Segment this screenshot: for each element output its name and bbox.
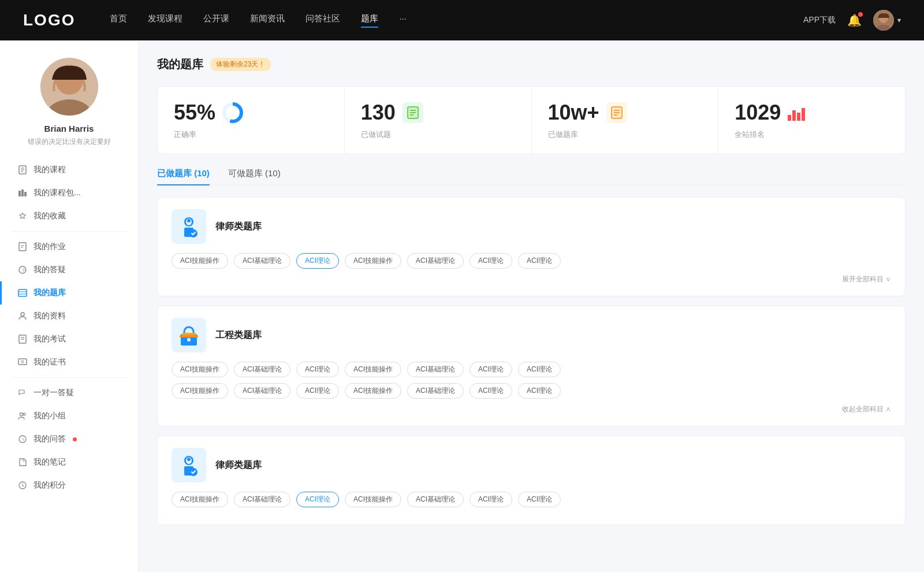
bank-tag-1[interactable]: ACI基础理论	[234, 253, 290, 269]
bank-expand-lawyer-1[interactable]: 展开全部科目 ∨	[172, 274, 891, 284]
bank-tag-4[interactable]: ACI基础理论	[407, 253, 464, 269]
eng-tag-7[interactable]: ACI技能操作	[172, 383, 228, 399]
sidebar-item-group[interactable]: 我的小组	[0, 404, 138, 428]
l2-tag-1[interactable]: ACI基础理论	[234, 492, 290, 507]
eng-tag-12[interactable]: ACI理论	[470, 383, 512, 399]
sidebar-item-question-bank[interactable]: 我的题库	[0, 281, 138, 304]
svg-rect-10	[18, 191, 21, 196]
nav-home[interactable]: 首页	[110, 13, 127, 28]
sidebar-item-points-label: 我的积分	[33, 480, 66, 491]
sidebar-item-exam[interactable]: 我的考试	[0, 328, 138, 351]
nav-open-course[interactable]: 公开课	[203, 13, 229, 28]
sidebar-item-favorites[interactable]: 我的收藏	[0, 205, 138, 228]
sidebar-item-qa[interactable]: ? 我的答疑	[0, 258, 138, 281]
sidebar-item-courses[interactable]: 我的课程	[0, 158, 138, 181]
nav-courses[interactable]: 发现课程	[148, 13, 182, 28]
stat-done-banks-label: 已做题库	[548, 129, 578, 140]
user-menu-chevron: ▾	[897, 16, 901, 24]
tab-done-banks[interactable]: 已做题库 (10)	[157, 168, 210, 185]
l2-tag-6[interactable]: ACI理论	[518, 492, 561, 507]
nav-question-bank[interactable]: 题库	[361, 13, 378, 28]
eng-tag-0[interactable]: ACI技能操作	[172, 362, 228, 377]
app-download-link[interactable]: APP下载	[803, 15, 836, 25]
eng-tag-13[interactable]: ACI理论	[518, 383, 561, 399]
stat-rank-value: 1029	[735, 101, 781, 125]
eng-tag-3[interactable]: ACI技能操作	[345, 362, 401, 377]
l2-tag-2[interactable]: ACI理论	[296, 492, 339, 507]
bank-card-lawyer-2-header: 律师类题库	[172, 448, 891, 482]
svg-point-53	[187, 458, 191, 461]
l2-tag-5[interactable]: ACI理论	[470, 492, 512, 507]
question-bank-icon	[17, 288, 28, 298]
stat-done-questions: 130 已做试题	[345, 87, 532, 154]
eng-tag-8[interactable]: ACI基础理论	[234, 383, 290, 399]
sidebar-item-favorites-label: 我的收藏	[33, 211, 66, 221]
l2-tag-3[interactable]: ACI技能操作	[345, 492, 401, 507]
nav-more[interactable]: ···	[399, 13, 407, 28]
sidebar-item-one-on-one[interactable]: 一对一答疑	[0, 381, 138, 404]
eng-tag-5[interactable]: ACI理论	[470, 362, 512, 377]
svg-point-48	[187, 338, 191, 341]
svg-rect-13	[19, 243, 26, 251]
sidebar-item-points[interactable]: 我的积分	[0, 474, 138, 497]
svg-rect-16	[18, 289, 27, 296]
sidebar-item-certificate[interactable]: 我的证书	[0, 351, 138, 374]
nav-news[interactable]: 新闻资讯	[250, 13, 285, 28]
eng-tag-11[interactable]: ACI基础理论	[407, 383, 464, 399]
sidebar-item-profile[interactable]: 我的资料	[0, 304, 138, 328]
l2-tag-4[interactable]: ACI基础理论	[407, 492, 464, 507]
trial-badge: 体验剩余23天！	[210, 58, 271, 71]
done-banks-icon	[606, 102, 627, 123]
eng-tag-2[interactable]: ACI理论	[296, 362, 339, 377]
sidebar-user-name: Brian Harris	[44, 124, 94, 133]
sidebar-user-avatar	[40, 58, 98, 116]
user-avatar-menu[interactable]: ▾	[873, 10, 901, 31]
sidebar-item-my-questions[interactable]: ? 我的问答	[0, 428, 138, 451]
sidebar: Brian Harris 错误的决定比没有决定要好 我的课程 我的课程包...	[0, 40, 139, 572]
bank-tag-0[interactable]: ACI技能操作	[172, 253, 228, 269]
bank-tag-2[interactable]: ACI理论	[296, 253, 339, 269]
bank-tags-engineer-row2: ACI技能操作 ACI基础理论 ACI理论 ACI技能操作 ACI基础理论 AC…	[172, 383, 891, 399]
sidebar-item-certificate-label: 我的证书	[33, 357, 66, 367]
stat-done-banks-value: 10w+	[548, 101, 599, 125]
notification-bell[interactable]: 🔔	[847, 13, 862, 27]
stat-rank-label: 全站排名	[735, 129, 765, 140]
eng-tag-6[interactable]: ACI理论	[518, 362, 561, 377]
sidebar-item-qa-label: 我的答疑	[33, 265, 66, 275]
sidebar-item-exam-label: 我的考试	[33, 334, 66, 344]
bank-tags-engineer-row1: ACI技能操作 ACI基础理论 ACI理论 ACI技能操作 ACI基础理论 AC…	[172, 362, 891, 377]
bank-tag-3[interactable]: ACI技能操作	[345, 253, 401, 269]
nav-qa[interactable]: 问答社区	[305, 13, 340, 28]
bank-icon-engineer	[172, 318, 206, 352]
notification-dot	[858, 12, 863, 17]
stat-accuracy-value: 55%	[174, 101, 215, 125]
rank-bar-icon	[788, 105, 805, 121]
tab-available-banks[interactable]: 可做题库 (10)	[228, 168, 281, 185]
sidebar-item-homework[interactable]: 我的作业	[0, 235, 138, 258]
points-icon	[17, 480, 28, 491]
svg-rect-47	[180, 335, 198, 337]
sidebar-item-my-questions-label: 我的问答	[33, 434, 66, 444]
main-content: 我的题库 体验剩余23天！ 55% 正确率 130	[139, 40, 924, 572]
bank-tag-5[interactable]: ACI理论	[470, 253, 512, 269]
l2-tag-0[interactable]: ACI技能操作	[172, 492, 228, 507]
sidebar-item-notes[interactable]: 我的笔记	[0, 451, 138, 474]
svg-rect-12	[24, 192, 27, 196]
bank-icon-lawyer-1	[172, 209, 206, 244]
eng-tag-10[interactable]: ACI技能操作	[345, 383, 401, 399]
eng-tag-1[interactable]: ACI基础理论	[234, 362, 290, 377]
sidebar-item-courses-label: 我的课程	[33, 165, 66, 175]
sidebar-item-course-packages[interactable]: 我的课程包...	[0, 181, 138, 205]
bank-card-lawyer-1: 律师类题库 ACI技能操作 ACI基础理论 ACI理论 ACI技能操作 ACI基…	[157, 197, 906, 296]
done-questions-icon	[403, 102, 423, 123]
bank-card-lawyer-2: 律师类题库 ACI技能操作 ACI基础理论 ACI理论 ACI技能操作 ACI基…	[157, 436, 906, 525]
bank-tag-6[interactable]: ACI理论	[518, 253, 561, 269]
bank-card-lawyer-1-header: 律师类题库	[172, 209, 891, 244]
eng-tag-9[interactable]: ACI理论	[296, 383, 339, 399]
bank-expand-engineer[interactable]: 收起全部科目 ∧	[172, 404, 891, 414]
page-title: 我的题库	[157, 57, 203, 72]
sidebar-item-profile-label: 我的资料	[33, 311, 66, 321]
svg-point-19	[21, 313, 24, 316]
stat-done-questions-label: 已做试题	[361, 129, 391, 140]
eng-tag-4[interactable]: ACI基础理论	[407, 362, 464, 377]
